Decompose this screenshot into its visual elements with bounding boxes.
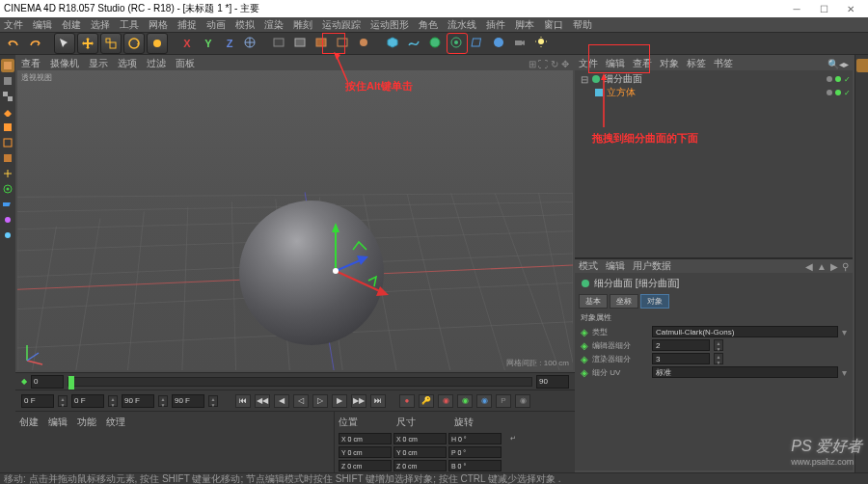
attr-type-value[interactable]: Catmull-Clark(N-Gons) [652, 326, 838, 337]
menu-select[interactable]: 选择 [91, 18, 110, 32]
add-deformer[interactable] [469, 34, 488, 53]
move-tool[interactable] [77, 33, 98, 54]
layer-dot[interactable] [827, 90, 832, 95]
object-tree[interactable]: ⊟ 细分曲面 ✓ 立方体 ✓ [575, 70, 853, 257]
coord-tab-pos[interactable]: 位置 [339, 416, 387, 429]
play-back[interactable]: ◁ [293, 394, 309, 408]
polygon-mode[interactable] [1, 151, 14, 165]
menu-file[interactable]: 文件 [4, 18, 23, 32]
add-light[interactable] [532, 34, 552, 53]
coord-tab-size[interactable]: 尺寸 [396, 416, 445, 429]
vp-menu-filter[interactable]: 过滤 [147, 57, 166, 70]
attr-mode[interactable]: 模式 [579, 259, 598, 273]
visible-render[interactable]: ✓ [844, 75, 851, 84]
menu-render[interactable]: 渲染 [264, 18, 284, 32]
attr-lock-icon[interactable]: ⚲ [842, 261, 849, 272]
render-settings[interactable] [312, 34, 332, 53]
texture-mode[interactable] [1, 90, 14, 103]
point-mode[interactable] [1, 121, 14, 134]
close-button[interactable]: ✕ [837, 1, 864, 16]
pos-z[interactable]: Z 0 cm [339, 460, 392, 471]
attr-nav-back[interactable]: ◀ [805, 261, 813, 272]
menu-animate[interactable]: 动画 [206, 18, 226, 32]
size-z[interactable]: Z 0 cm [393, 460, 447, 471]
spinner[interactable]: ▲▼ [714, 353, 723, 364]
next-key[interactable]: ▶▶ [351, 394, 366, 408]
tl-end[interactable]: 90 [536, 375, 569, 389]
workplane[interactable] [1, 198, 14, 211]
last-tool[interactable] [147, 33, 168, 54]
attr-uv-value[interactable]: 标准 [652, 366, 838, 378]
key-scale[interactable]: ◉ [457, 394, 473, 408]
menu-character[interactable]: 角色 [419, 18, 438, 32]
snap-toggle[interactable] [1, 182, 14, 196]
workplane-mode[interactable] [1, 105, 14, 119]
menu-mesh[interactable]: 网格 [149, 18, 168, 32]
render-queue[interactable] [355, 34, 374, 53]
object-sphere[interactable] [239, 201, 384, 345]
add-environment[interactable] [490, 34, 509, 53]
add-subdivision[interactable] [448, 34, 467, 53]
vp-menu-options[interactable]: 选项 [118, 57, 137, 70]
mat-tab-func[interactable]: 功能 [77, 416, 96, 429]
spinner[interactable]: ▲▼ [108, 395, 118, 407]
visible-editor[interactable] [835, 90, 841, 95]
rot-h[interactable]: H 0 ° [448, 433, 502, 444]
menu-tools[interactable]: 工具 [120, 18, 139, 32]
om-edit[interactable]: 编辑 [606, 57, 625, 70]
play-fwd[interactable]: ▷ [312, 394, 328, 408]
model-mode[interactable] [1, 74, 14, 88]
range-total[interactable]: 90 F [172, 394, 204, 408]
coord-system[interactable] [241, 34, 260, 53]
spinner[interactable]: ▲▼ [714, 339, 723, 351]
add-cube[interactable] [384, 34, 403, 53]
visible-editor[interactable] [835, 76, 841, 82]
size-x[interactable]: X 0 cm [393, 433, 447, 444]
prev-key[interactable]: ◀◀ [255, 394, 270, 408]
redo-button[interactable] [25, 34, 44, 53]
mat-tab-tex[interactable]: 纹理 [106, 416, 125, 429]
add-camera[interactable] [511, 34, 530, 53]
layout-icon[interactable] [856, 59, 868, 72]
attr-tab-object[interactable]: 对象 [640, 294, 669, 309]
attr-userdata[interactable]: 用户数据 [633, 259, 671, 273]
menu-script[interactable]: 脚本 [515, 18, 534, 32]
key-rot[interactable]: ◉ [476, 394, 492, 408]
record-key[interactable]: ● [399, 394, 415, 408]
spinner[interactable]: ▲▼ [58, 395, 68, 407]
pos-y[interactable]: Y 0 cm [339, 446, 392, 458]
make-editable[interactable] [1, 59, 14, 72]
attr-tab-basic[interactable]: 基本 [579, 294, 608, 309]
rot-p[interactable]: P 0 ° [448, 446, 502, 458]
om-search-icon[interactable]: 🔍◂▸ [827, 59, 849, 69]
goto-start[interactable]: ⏮ [235, 394, 251, 408]
menu-window[interactable]: 窗口 [544, 18, 563, 32]
vp-menu-view[interactable]: 查看 [21, 57, 41, 70]
rot-b[interactable]: B 0 ° [448, 460, 502, 471]
key-param[interactable]: P [496, 394, 511, 408]
vp-menu-camera[interactable]: 摄像机 [50, 57, 79, 70]
timeline[interactable]: ◆ 0 90 [15, 372, 575, 390]
undo-button[interactable] [4, 34, 23, 53]
goto-end[interactable]: ⏭ [370, 394, 386, 408]
attr-render-value[interactable]: 3 [652, 353, 710, 364]
render-view[interactable] [270, 34, 289, 53]
add-spline[interactable] [405, 34, 424, 53]
om-file[interactable]: 文件 [579, 57, 598, 70]
select-tool[interactable] [54, 33, 75, 54]
prev-frame[interactable]: ◀ [274, 394, 289, 408]
attr-nav-fwd[interactable]: ▶ [830, 261, 838, 272]
timeline-track[interactable] [68, 377, 532, 387]
om-tags[interactable]: 标签 [687, 57, 706, 70]
size-y[interactable]: Y 0 cm [393, 446, 447, 458]
menu-edit[interactable]: 编辑 [33, 18, 52, 32]
axis-x-toggle[interactable]: X [177, 34, 197, 53]
om-objects[interactable]: 对象 [660, 57, 679, 70]
coord-tab-rot[interactable]: 旋转 [454, 416, 502, 429]
edge-mode[interactable] [1, 136, 14, 149]
apply-icon[interactable]: ↵ [503, 433, 523, 444]
minimize-button[interactable]: ─ [783, 1, 810, 16]
tl-start[interactable]: 0 [31, 375, 64, 389]
vp-menu-display[interactable]: 显示 [89, 57, 108, 70]
menu-simulate[interactable]: 模拟 [235, 18, 255, 32]
